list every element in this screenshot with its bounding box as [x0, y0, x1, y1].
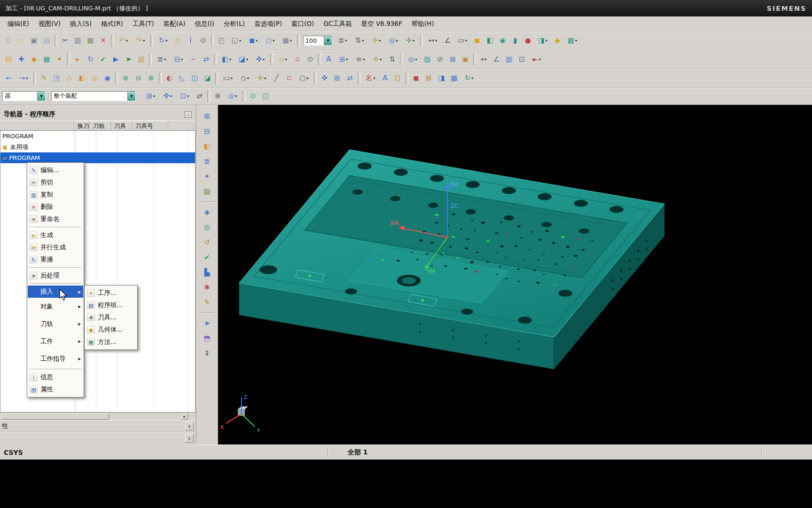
navigator-column-header[interactable]: 刀轨 — [90, 121, 111, 130]
measure-distance-icon[interactable]: ↔ — [424, 34, 441, 47]
create-operation-icon[interactable]: ✦ — [53, 53, 66, 66]
shell-icon[interactable]: ◫ — [188, 72, 201, 85]
rendering-style-icon[interactable]: ◎ — [385, 34, 402, 47]
assembly-constraints-icon[interactable]: ⊡ — [176, 90, 193, 103]
optimize-feed-icon[interactable]: ⇄ — [200, 53, 212, 66]
boolean-feature-icon[interactable]: ◨ — [534, 34, 551, 47]
browser-icon[interactable]: ◎ — [200, 221, 214, 234]
feature-more-icon[interactable]: ▦ — [564, 34, 581, 47]
menubar-item[interactable]: 信息(I) — [190, 17, 219, 31]
intersect-icon[interactable]: ⊗ — [145, 72, 157, 85]
verify-toolpath-icon[interactable]: ✔ — [97, 53, 109, 66]
open-icon[interactable]: ▱ — [15, 34, 28, 47]
gc-toolbox-icon[interactable]: ✱ — [200, 281, 214, 294]
selection-filter-combo[interactable]: 器 ▼ — [2, 91, 46, 101]
manufacturing-wizard-icon[interactable]: ▙ — [200, 266, 214, 279]
create-method-icon[interactable]: ▦ — [40, 53, 53, 66]
polygon-icon[interactable]: ◇ — [236, 72, 253, 85]
pattern-icon[interactable]: ⊞ — [331, 72, 344, 85]
tree-row[interactable]: ▣未用项 — [0, 142, 195, 152]
remember-constraints-icon[interactable]: ⇄ — [193, 90, 206, 103]
save-icon[interactable]: ▣ — [28, 34, 40, 47]
graphics-window[interactable]: ZM ZC XM YM Z X Y — [218, 105, 812, 444]
menu-item[interactable]: 刀轨 — [28, 315, 83, 333]
transform-toolpath-icon[interactable]: ✜ — [252, 53, 269, 66]
point-constructor-icon[interactable]: ⊕ — [211, 90, 224, 103]
constraint-navigator-icon[interactable]: ⊟ — [200, 125, 214, 138]
measure-angle-icon[interactable]: ∠ — [441, 34, 454, 47]
assembly-navigator-icon[interactable]: ⊞ — [200, 110, 214, 123]
menubar-item[interactable]: 帮助(H) — [407, 17, 439, 31]
navigator-horizontal-scrollbar[interactable]: ▸ — [0, 413, 195, 420]
selection-scope-combo[interactable]: 整个装配 ▼ — [51, 91, 136, 101]
notebook-icon[interactable]: ⊡ — [391, 72, 404, 85]
menu-item[interactable]: ✚刀具... — [85, 311, 137, 324]
cut-icon[interactable]: ✂ — [59, 34, 71, 47]
layer-visibility-icon[interactable]: ⇅ — [351, 34, 368, 47]
chevron-down-icon[interactable]: ∨ — [185, 422, 194, 430]
boundary-icon[interactable]: ▱ — [274, 53, 291, 66]
details-section-bar[interactable]: ∨ — [0, 432, 195, 444]
sketch-in-task-icon[interactable]: ◳ — [50, 72, 63, 85]
system-scene-icon[interactable]: ⬒ — [200, 332, 214, 345]
back-icon[interactable]: ← — [2, 72, 15, 85]
chamfer-icon[interactable]: ◺ — [176, 72, 188, 85]
tool-library-icon[interactable]: ▣ — [459, 53, 472, 66]
navigator-column-header[interactable]: 刀具 — [111, 121, 132, 130]
dependencies-section-bar[interactable]: 性 ∨ — [0, 420, 195, 432]
menubar-item[interactable]: 首选项(P) — [250, 17, 287, 31]
extrude-icon[interactable]: ◧ — [76, 72, 88, 85]
line-icon[interactable]: ╱ — [270, 72, 283, 85]
output-clsf-icon[interactable]: ⊟ — [170, 53, 187, 66]
measure-icon[interactable]: ↔ — [477, 53, 490, 66]
extrude-feature-icon[interactable]: ◼ — [471, 34, 484, 47]
clipboard-icon[interactable]: ▥ — [503, 53, 515, 66]
arrangements-icon[interactable]: ◫ — [259, 90, 272, 103]
scrollbar-thumb[interactable] — [1, 413, 109, 420]
cylinder-feature-icon[interactable]: ◉ — [496, 34, 509, 47]
menubar-item[interactable]: GC工具箱 — [319, 17, 356, 31]
tree-row[interactable]: ▱PROGRAM — [0, 152, 195, 163]
roles-icon[interactable]: ➤ — [200, 317, 214, 330]
menu-item[interactable]: ◆几何体... — [85, 324, 137, 336]
angle-icon[interactable]: ∠ — [490, 53, 503, 66]
create-tool-icon[interactable]: ✚ — [15, 53, 28, 66]
point-icon[interactable]: ✛ — [253, 72, 270, 85]
menubar-item[interactable]: 工具(T) — [128, 17, 159, 31]
subtract-icon[interactable]: ⊖ — [132, 72, 145, 85]
zoom-window-icon[interactable]: ◱ — [228, 34, 245, 47]
tree-row[interactable]: PROGRAM — [0, 131, 195, 142]
drive-curve-icon[interactable]: ⊂ — [291, 53, 304, 66]
menu-item[interactable]: ▤属性 — [28, 383, 83, 396]
stamp-icon[interactable]: ⊠ — [422, 72, 435, 85]
menu-item[interactable]: ✦工序... — [85, 287, 137, 299]
layer-settings-icon[interactable]: ≣ — [334, 34, 351, 47]
trim-body-icon[interactable]: ◪ — [201, 72, 214, 85]
revolve-icon[interactable]: ◎ — [88, 72, 101, 85]
menu-item[interactable]: ▸生成 — [28, 229, 83, 241]
menubar-item[interactable]: 视图(V) — [34, 17, 65, 31]
menubar-item[interactable]: 插入(S) — [65, 17, 96, 31]
sketch-icon[interactable]: ✎ — [38, 72, 50, 85]
lock-view-icon[interactable]: ⊡ — [515, 53, 528, 66]
ruler-icon[interactable]: ▭ — [454, 34, 471, 47]
solid-red-icon[interactable]: ◼ — [410, 72, 422, 85]
show-hide-component-icon[interactable]: ⊞ — [142, 90, 159, 103]
orient-view-icon[interactable]: ↻ — [155, 34, 172, 47]
hd3d-tools-icon[interactable]: ◈ — [200, 206, 214, 219]
display-object-icon[interactable]: ◎ — [404, 53, 421, 66]
name-display-icon[interactable]: 名 — [362, 72, 379, 85]
replay-toolpath-icon[interactable]: ↻ — [84, 53, 97, 66]
menubar-item[interactable]: 格式(R) — [96, 17, 128, 31]
navigator-column-header[interactable]: 刀具号 — [132, 121, 168, 130]
machining-wizard-icon[interactable]: ✦ — [200, 170, 214, 183]
material-icon[interactable]: ▨ — [421, 53, 434, 66]
combo-arrow-icon[interactable]: ▼ — [127, 92, 135, 101]
shop-documentation-icon[interactable]: ▥ — [135, 53, 148, 66]
paste-icon[interactable]: ▦ — [84, 34, 97, 47]
view-background-icon[interactable]: ■ — [279, 34, 296, 47]
flag-icon[interactable]: ► — [528, 53, 545, 66]
menu-item[interactable]: 工件 — [28, 333, 83, 350]
unite-icon[interactable]: ⊕ — [119, 72, 132, 85]
history-icon[interactable]: ↺ — [200, 236, 214, 249]
